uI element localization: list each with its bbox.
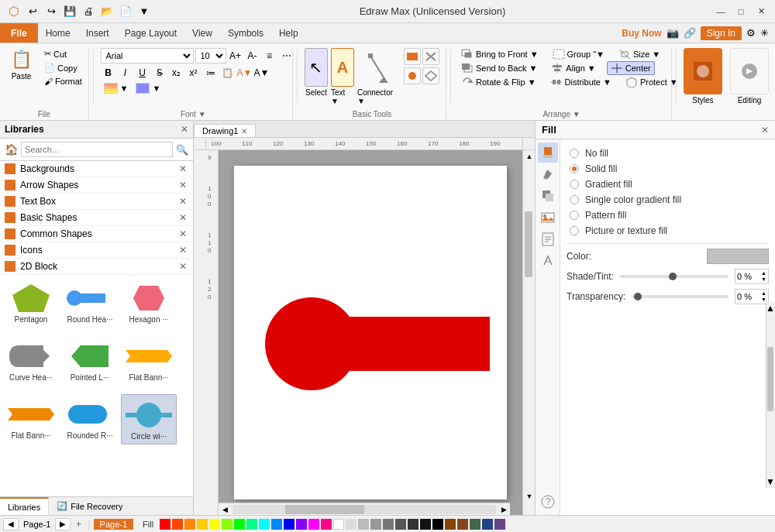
paste-button[interactable]: 📋 Paste <box>6 48 36 82</box>
strikethrough-button[interactable]: S̶ <box>152 65 167 81</box>
plugin-icon[interactable]: ✳ <box>760 27 769 39</box>
cross-tool-button[interactable] <box>422 48 439 65</box>
single-color-radio[interactable] <box>570 195 579 204</box>
scroll-right-button[interactable]: ▶ <box>498 503 510 516</box>
italic-button[interactable]: I <box>118 65 133 81</box>
color-swatch-cyan[interactable] <box>259 519 270 530</box>
lib-close-common-shapes[interactable]: ✕ <box>177 228 188 239</box>
color-swatch-navy[interactable] <box>482 519 493 530</box>
color-swatch-magenta[interactable] <box>308 519 319 530</box>
color-swatch-gray-7[interactable] <box>383 519 394 530</box>
fill-color-swatch[interactable] <box>707 249 769 264</box>
fill-color-button[interactable]: ▼ <box>101 82 132 94</box>
color-swatch-plum[interactable] <box>494 519 505 530</box>
help-menu[interactable]: Help <box>271 23 306 43</box>
library-item-backgrounds[interactable]: Backgrounds ✕ <box>0 161 193 177</box>
buy-now-button[interactable]: Buy Now <box>622 28 661 39</box>
network-icon[interactable]: 🔗 <box>684 27 696 39</box>
maximize-button[interactable]: □ <box>733 4 749 19</box>
save-button[interactable]: 💾 <box>62 4 78 19</box>
color-swatch-orange-red[interactable] <box>172 519 183 530</box>
color-swatch-orange[interactable] <box>184 519 195 530</box>
align-button[interactable]: ≡ <box>262 48 277 63</box>
shape-rounded-r[interactable]: Rounded R··· <box>62 394 118 444</box>
color-swatch-gray-1[interactable] <box>420 519 431 530</box>
search-icon[interactable]: 🔍 <box>176 144 188 156</box>
fill-help-icon[interactable]: ? <box>538 492 558 512</box>
color-swatch-yellow-green[interactable] <box>222 519 232 530</box>
scroll-up-canvas-button[interactable]: ▲ <box>523 150 535 163</box>
font-size-select[interactable]: 10 <box>195 48 226 63</box>
color-swatch-white[interactable] <box>333 519 344 530</box>
superscript-button[interactable]: x² <box>186 65 202 81</box>
color-swatch-gold[interactable] <box>197 519 208 530</box>
close-libraries-button[interactable]: ✕ <box>181 124 188 135</box>
library-search-input[interactable] <box>21 142 173 157</box>
sign-in-button[interactable]: Sign In <box>701 26 742 40</box>
color-swatch-light-gray[interactable] <box>346 519 356 530</box>
shape-circle-wi[interactable]: Circle wi··· <box>121 394 177 444</box>
fontcolor-button[interactable]: A▼ <box>254 65 270 81</box>
cut-button[interactable]: ✂ Cut <box>41 48 85 60</box>
fill-close-button[interactable]: ✕ <box>761 125 769 136</box>
subscript-button[interactable]: x₂ <box>169 65 184 81</box>
protect-button[interactable]: Protect ▼ <box>622 76 681 88</box>
color-swatch-gray-3[interactable] <box>408 519 418 530</box>
symbols-menu[interactable]: Symbols <box>220 23 271 43</box>
rotate-flip-button[interactable]: Rotate & Flip ▼ <box>458 76 539 88</box>
align-button[interactable]: Align ▼ <box>548 61 598 75</box>
list-button[interactable]: ≔ <box>203 65 219 81</box>
library-item-basic-shapes[interactable]: Basic Shapes ✕ <box>0 210 193 226</box>
color-swatch-blue[interactable] <box>284 519 294 530</box>
library-item-2d-block[interactable]: 2D Block ✕ <box>0 259 193 275</box>
color-swatch-purple[interactable] <box>296 519 307 530</box>
styles-button[interactable] <box>684 48 722 94</box>
color-swatch-gray-5[interactable] <box>395 519 406 530</box>
color-swatch-black[interactable] <box>432 519 443 530</box>
shade-tint-up[interactable]: ▲ <box>761 270 766 276</box>
home-menu[interactable]: Home <box>38 23 78 43</box>
library-item-text-box[interactable]: Text Box ✕ <box>0 194 193 210</box>
settings-icon[interactable]: ⚙ <box>746 27 756 39</box>
rect-tool-button[interactable] <box>404 48 421 65</box>
color-swatch-dark-red[interactable] <box>457 519 468 530</box>
pattern-fill-option[interactable]: Pattern fill <box>567 208 769 223</box>
transparency-up[interactable]: ▲ <box>761 290 766 297</box>
fill-pencil-icon[interactable] <box>538 164 558 184</box>
shape-hexagon[interactable]: Hexagon ··· <box>121 278 177 327</box>
solid-fill-option[interactable]: Solid fill <box>567 161 769 177</box>
circle-tool-button[interactable] <box>404 67 421 84</box>
open-button[interactable]: 📂 <box>99 4 115 19</box>
bold-button[interactable]: B <box>101 65 116 81</box>
color-swatch-gray-b[interactable] <box>358 519 369 530</box>
gradient-fill-radio[interactable] <box>570 180 579 189</box>
close-button[interactable]: ✕ <box>753 4 769 19</box>
file-recovery-tab[interactable]: 🔄 File Recovery <box>49 497 130 515</box>
scroll-down-canvas-button[interactable]: ▼ <box>523 490 535 503</box>
shade-tint-down[interactable]: ▼ <box>761 276 766 283</box>
size-button[interactable]: Size ▼ <box>615 48 663 60</box>
editing-button[interactable] <box>730 48 769 94</box>
print-button[interactable]: 🖨 <box>81 4 96 19</box>
distribute-button[interactable]: Distribute ▼ <box>547 76 615 88</box>
drawing-canvas[interactable] <box>234 166 507 499</box>
color-swatch-brown[interactable] <box>445 519 456 530</box>
send-to-back-button[interactable]: Send to Back ▼ <box>458 61 540 75</box>
text-tool-button[interactable]: A <box>331 48 354 87</box>
color-swatch-yellow[interactable] <box>209 519 220 530</box>
transparency-value[interactable]: 0 % ▲ ▼ <box>735 289 769 304</box>
qa-more-button[interactable]: ▼ <box>136 4 152 19</box>
file-menu[interactable]: File <box>0 23 38 43</box>
add-page-button[interactable]: + <box>72 518 84 530</box>
library-item-common-shapes[interactable]: Common Shapes ✕ <box>0 226 193 242</box>
fill-paint-icon[interactable] <box>538 142 558 163</box>
drawing1-close-icon[interactable]: ✕ <box>241 127 247 136</box>
numberedlist-button[interactable]: 📋 <box>220 65 236 81</box>
lib-close-backgrounds[interactable]: ✕ <box>177 163 188 174</box>
connector-tool-button[interactable] <box>363 48 391 87</box>
fill-doc-icon[interactable] <box>538 229 558 249</box>
home-icon[interactable]: 🏠 <box>5 143 18 156</box>
shape-pentagon[interactable]: Pentagon <box>3 278 59 327</box>
group-button[interactable]: Group "▼ <box>549 48 608 60</box>
solid-fill-radio[interactable] <box>570 164 579 173</box>
